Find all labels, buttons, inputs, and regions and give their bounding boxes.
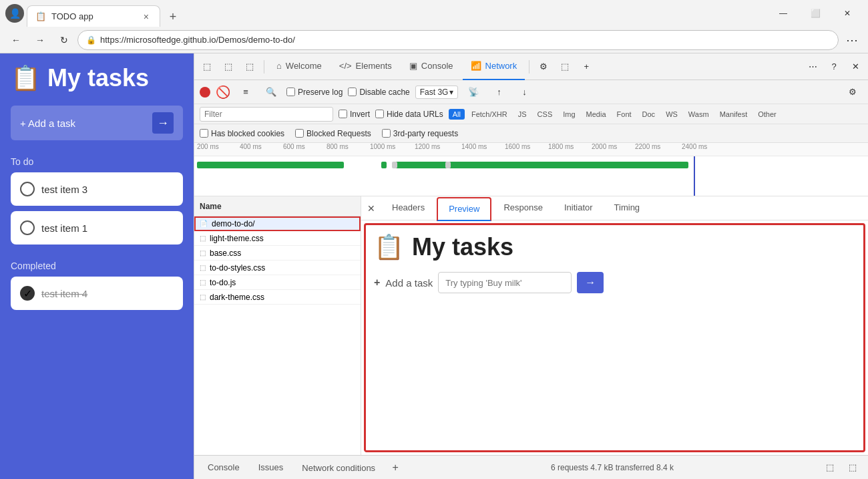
has-blocked-cookies-input[interactable] [200,129,208,138]
third-party-input[interactable] [382,129,391,138]
preview-submit-button[interactable]: → [577,272,604,293]
detail-tab-response[interactable]: Response [493,196,554,220]
filter-type-fetch[interactable]: Fetch/XHR [467,109,511,120]
third-party-checkbox[interactable]: 3rd-party requests [382,129,458,138]
todo-sidebar: 📋 My tasks + Add a task → To do test ite… [0,53,194,479]
invert-input[interactable] [339,110,347,118]
export-button[interactable]: ↓ [514,82,534,102]
filter-type-media[interactable]: Media [582,109,610,120]
filter-type-all[interactable]: All [449,109,465,120]
detail-tab-preview[interactable]: Preview [437,197,491,221]
network-conditions-button[interactable]: 📡 [463,82,483,102]
record-button[interactable] [200,87,210,98]
has-blocked-cookies-checkbox[interactable]: Has blocked cookies [200,129,284,138]
detail-tab-initiator[interactable]: Initiator [554,196,604,220]
task-item-1[interactable]: test item 1 [11,211,183,245]
filter-type-doc[interactable]: Doc [638,109,660,120]
clear-button[interactable]: 🚫 [216,85,230,100]
preserve-log-input[interactable] [286,88,295,96]
filter-type-js[interactable]: JS [514,109,531,120]
filter-type-img[interactable]: Img [559,109,579,120]
filter-type-ws[interactable]: WS [662,109,682,120]
import-button[interactable]: ↑ [489,82,509,102]
request-icon-css-3: ⬚ [200,264,206,271]
task-checkbox-1[interactable] [20,220,35,235]
elements-icon: </> [339,61,352,71]
preview-task-input[interactable] [438,272,572,293]
filter-type-css[interactable]: CSS [533,109,557,120]
inspect-element-button[interactable]: ⬚ [197,57,217,77]
request-item-to-do-js[interactable]: ⬚ to-do.js [194,275,361,290]
filter-input[interactable] [200,107,333,122]
tab-console[interactable]: ▣ Console [401,53,461,80]
bottom-tab-issues[interactable]: Issues [250,456,292,480]
address-bar[interactable]: 🔒 https://microsoftedge.github.io/Demos/… [77,30,839,50]
blocked-requests-checkbox[interactable]: Blocked Requests [295,129,371,138]
filter-type-font[interactable]: Font [613,109,636,120]
blocked-requests-input[interactable] [295,129,304,138]
devtools-help-button[interactable]: ? [824,57,844,77]
bottom-tab-add-button[interactable]: + [386,458,405,477]
maximize-button[interactable]: ⬜ [800,3,831,24]
tab-welcome[interactable]: ⌂ Welcome [268,53,330,80]
completed-checkbox-4[interactable]: ✓ [20,286,35,301]
reload-button[interactable]: ↻ [53,29,75,51]
request-item-demo-to-do[interactable]: 📄 demo-to-do/ [194,216,361,231]
task-checkbox-3[interactable] [20,182,35,196]
settings-button[interactable]: ⚙ [533,57,554,77]
detail-close-button[interactable]: ✕ [361,196,381,220]
hide-data-urls-input[interactable] [375,110,384,118]
back-button[interactable]: ← [5,29,27,51]
search-button[interactable]: 🔍 [261,82,281,102]
add-task-bar[interactable]: + Add a task → [11,106,183,140]
nav-bar: ← → ↻ 🔒 https://microsoftedge.github.io/… [0,27,868,53]
detail-tab-timing[interactable]: Timing [604,196,651,220]
filter-type-wasm[interactable]: Wasm [684,109,713,120]
network-settings-button[interactable]: ⚙ [843,82,863,102]
undock-button[interactable]: ⬚ [820,458,840,478]
invert-checkbox[interactable]: Invert [339,110,370,119]
tab-close-button[interactable]: × [141,10,152,23]
bottom-tab-network-conditions[interactable]: Network conditions [294,456,383,480]
request-item-base[interactable]: ⬚ base.css [194,246,361,261]
throttle-dropdown[interactable]: Fast 3G ▾ [415,86,459,99]
filter-toggle-button[interactable]: ≡ [236,82,256,102]
disable-cache-input[interactable] [348,88,357,96]
time-marker-1000: 1000 ms [370,143,395,150]
preview-header: 📋 My tasks [374,233,855,261]
detail-tab-headers[interactable]: Headers [381,196,435,220]
completed-task-4[interactable]: ✓ test item 4 [11,277,183,310]
tab-elements[interactable]: </> Elements [331,53,400,80]
devtools-overflow-button[interactable]: ⋯ [803,57,823,77]
request-item-to-do-styles[interactable]: ⬚ to-do-styles.css [194,261,361,275]
hide-data-urls-checkbox[interactable]: Hide data URLs [375,110,443,119]
fullscreen-button[interactable]: ⬚ [843,458,863,478]
todo-section-label: To do [11,156,183,167]
device-emulation-button[interactable]: ⬚ [218,57,238,77]
breadcrumb-button[interactable]: ⬚ [240,57,260,77]
forward-button[interactable]: → [29,29,51,51]
toolbar-separator [264,60,264,73]
add-tab-button[interactable]: + [576,57,596,77]
preserve-log-checkbox[interactable]: Preserve log [286,88,343,97]
browser-overflow-button[interactable]: ⋯ [841,29,863,51]
devtools-close-button[interactable]: ✕ [845,57,865,77]
disable-cache-checkbox[interactable]: Disable cache [348,88,409,97]
dock-button[interactable]: ⬚ [555,57,575,77]
preview-area: 📋 My tasks + Add a task → [364,223,865,452]
profile-icon[interactable]: 👤 [5,4,24,23]
add-task-submit-button[interactable]: → [152,112,174,134]
detail-tab-preview-label: Preview [449,204,479,214]
close-button[interactable]: ✕ [832,3,863,24]
task-item-3[interactable]: test item 3 [11,172,183,206]
active-tab[interactable]: 📋 TODO app × [27,5,160,27]
devtools-panel: ⬚ ⬚ ⬚ ⌂ Welcome </> Elements ▣ Console 📶 [194,53,868,479]
request-item-dark-theme[interactable]: ⬚ dark-theme.css [194,290,361,305]
tab-network[interactable]: 📶 Network [463,53,525,80]
new-tab-button[interactable]: + [163,7,183,27]
filter-type-other[interactable]: Other [754,109,781,120]
request-item-light-theme[interactable]: ⬚ light-theme.css [194,231,361,246]
filter-type-manifest[interactable]: Manifest [716,109,752,120]
bottom-tab-console[interactable]: Console [200,456,248,480]
minimize-button[interactable]: — [768,3,799,24]
